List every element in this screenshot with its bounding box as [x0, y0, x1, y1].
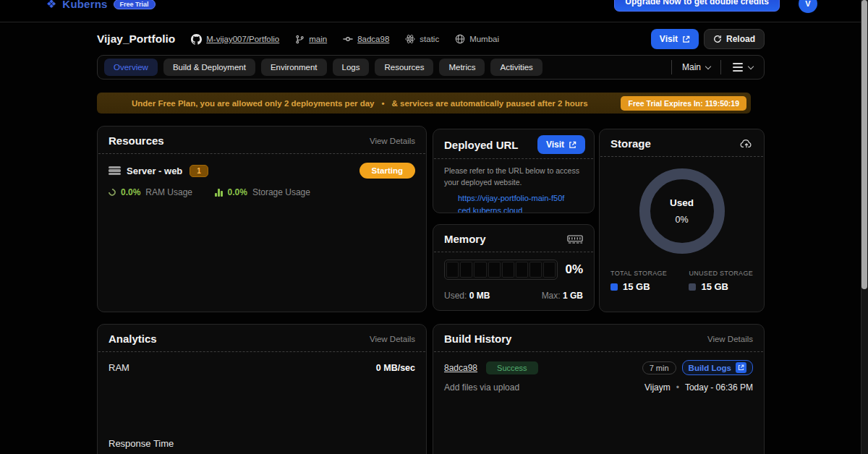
total-storage-label: TOTAL STORAGE: [610, 270, 667, 277]
memory-card-title: Memory: [444, 233, 486, 245]
framework-atom-icon: [405, 34, 415, 44]
git-branch-icon: [295, 35, 305, 44]
build-commit-link[interactable]: 8adca98: [444, 363, 477, 373]
build-history-title: Build History: [444, 333, 511, 345]
storage-usage-value: 0.0%: [228, 187, 247, 197]
storage-usage-label: Storage Usage: [252, 187, 310, 197]
project-title: Vijay_Portfolio: [97, 33, 175, 46]
unused-storage-legend: UNUSED STORAGE 15 GB: [689, 270, 753, 292]
ram-stick-icon: [567, 234, 583, 244]
memory-progress-bar: [444, 260, 558, 280]
memory-max-value: 1 GB: [563, 291, 583, 301]
status-badge: Starting: [359, 163, 415, 179]
usage-stats-row: 0.0% RAM Usage 0.0% Storage Usage: [98, 179, 426, 197]
list-menu-button[interactable]: [728, 63, 757, 72]
environment-selector[interactable]: Main: [679, 62, 713, 72]
external-link-icon: [569, 141, 576, 149]
banner-text-2: & services are automatically paused afte…: [392, 99, 588, 108]
build-history-card: Build History View Details 8adca98 Succe…: [433, 324, 765, 454]
list-icon: [733, 63, 743, 72]
server-row[interactable]: Server - web 1 Starting: [98, 154, 426, 179]
build-row: 8adca98 Success 7 min Build Logs: [433, 352, 764, 375]
tab-environment[interactable]: Environment: [261, 59, 327, 76]
build-meta-row: Add files via upload Vijaym • Today - 06…: [433, 375, 764, 393]
unused-storage-label: UNUSED STORAGE: [689, 270, 753, 277]
memory-max-label: Max:: [542, 291, 561, 301]
unused-storage-value: 15 GB: [701, 281, 728, 292]
tab-resources[interactable]: Resources: [375, 59, 433, 76]
server-icon: [109, 166, 121, 176]
tabs-divider-2: [720, 60, 721, 74]
storage-donut-percent: 0%: [675, 215, 688, 225]
tabs-bar: Overview Build & Deployment Environment …: [97, 55, 765, 80]
external-link-icon: [682, 35, 690, 43]
unused-storage-swatch: [689, 283, 696, 291]
deployed-visit-label: Visit: [546, 140, 564, 150]
deployed-url-title: Deployed URL: [444, 139, 519, 151]
deployed-url-card: Deployed URL Visit Please refer to the U…: [433, 129, 595, 213]
tab-overview[interactable]: Overview: [104, 59, 158, 76]
external-link-icon: [738, 364, 744, 371]
total-storage-swatch: [610, 283, 618, 291]
upgrade-button[interactable]: Upgrade Now to get double credits: [614, 0, 780, 12]
commit-hash[interactable]: 8adca98: [357, 35, 389, 43]
build-logs-label: Build Logs: [689, 364, 731, 372]
build-logs-button[interactable]: Build Logs: [682, 360, 753, 375]
resources-card: Resources View Details Server - web 1 St…: [97, 126, 427, 312]
analytics-card-title: Analytics: [109, 333, 157, 345]
resources-card-title: Resources: [109, 134, 164, 147]
tabs-divider: [671, 60, 672, 74]
branch-link[interactable]: main: [295, 35, 327, 44]
storage-donut-label: Used: [670, 197, 694, 208]
framework-label: static: [420, 35, 439, 43]
build-duration-badge: 7 min: [642, 361, 676, 374]
analytics-card: Analytics View Details RAM 0 MB/sec Resp…: [97, 324, 427, 454]
deployed-visit-button[interactable]: Visit: [537, 135, 585, 154]
analytics-ram-value: 0 MB/sec: [376, 363, 415, 373]
resources-view-details-link[interactable]: View Details: [370, 137, 415, 145]
visit-button[interactable]: Visit: [651, 29, 699, 49]
storage-donut-chart: Used 0%: [639, 168, 725, 254]
repo-link[interactable]: M-vijay007/Portfolio: [191, 34, 279, 45]
branch-name[interactable]: main: [309, 35, 327, 43]
brand-name[interactable]: Kuberns: [62, 0, 107, 10]
memory-used-value: 0 MB: [469, 291, 490, 301]
free-trial-badge: Free Trial: [114, 0, 156, 9]
server-count-badge: 1: [190, 165, 208, 177]
region-meta: Mumbai: [455, 34, 499, 44]
region-label: Mumbai: [469, 35, 499, 43]
topbar-divider: [0, 22, 861, 22]
commit-link[interactable]: 8adca98: [343, 34, 389, 44]
analytics-view-details-link[interactable]: View Details: [370, 335, 415, 343]
tab-metrics[interactable]: Metrics: [439, 59, 485, 76]
free-plan-banner: Under Free Plan, you are allowed only 2 …: [97, 93, 751, 113]
storage-card-title: Storage: [610, 137, 651, 150]
deployed-url-line1: https://vijay-portfolio-main-f50f: [458, 192, 583, 205]
scrollbar-track[interactable]: [861, 0, 868, 454]
trial-countdown-button[interactable]: Free Trial Expires In: 119:50:19: [621, 96, 746, 111]
tab-activities[interactable]: Activities: [490, 59, 542, 76]
chevron-down-icon: [748, 63, 754, 69]
tab-logs[interactable]: Logs: [333, 59, 370, 76]
deployed-url-link[interactable]: https://vijay-portfolio-main-f50f ced.ku…: [433, 189, 594, 213]
build-meta-dot: •: [676, 382, 679, 393]
user-avatar[interactable]: V: [799, 0, 817, 13]
scrollbar-thumb[interactable]: [861, 0, 867, 289]
repo-name[interactable]: M-vijay007/Portfolio: [206, 35, 279, 43]
kuberns-logo-icon: ❖: [46, 0, 56, 11]
reload-button-label: Reload: [726, 34, 755, 44]
globe-icon: [455, 34, 465, 44]
deployed-url-line2: ced.kuberns.cloud: [458, 205, 583, 213]
build-status-badge: Success: [486, 361, 538, 374]
build-history-view-details-link[interactable]: View Details: [707, 335, 753, 343]
app-window: ❖ Kuberns Free Trial Upgrade Now to get …: [0, 0, 868, 454]
banner-text-1: Under Free Plan, you are allowed only 2 …: [132, 99, 375, 108]
total-storage-legend: TOTAL STORAGE 15 GB: [610, 270, 667, 292]
storage-card: Storage Used 0% TOTAL STORAGE 15 GB UNUS…: [599, 129, 765, 312]
reload-button[interactable]: Reload: [704, 29, 765, 49]
visit-button-label: Visit: [660, 34, 678, 44]
bar-chart-icon: [215, 189, 223, 197]
reload-icon: [713, 35, 722, 43]
top-nav-bar: ❖ Kuberns Free Trial Upgrade Now to get …: [0, 0, 861, 22]
tab-build-deployment[interactable]: Build & Deployment: [163, 59, 255, 76]
